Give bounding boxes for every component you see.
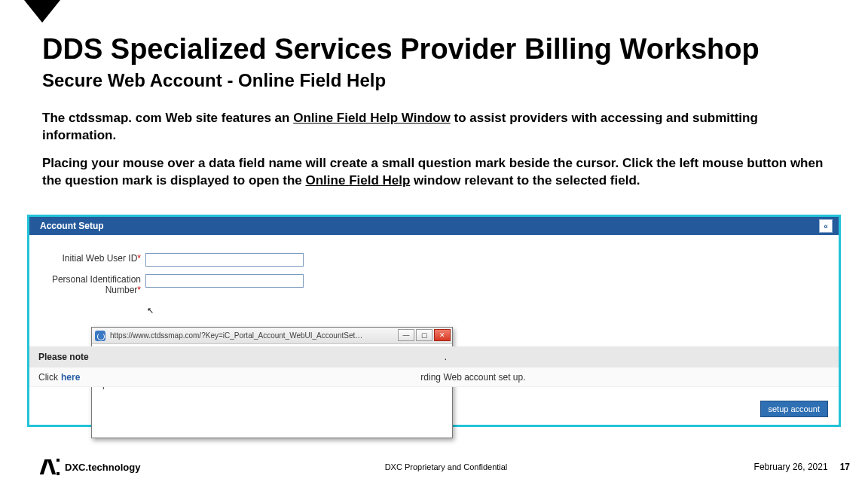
note-trail: . [445, 352, 447, 362]
dxc-logo-icon [42, 459, 60, 474]
input-pin[interactable] [145, 274, 304, 288]
setup-account-button[interactable]: setup account [760, 401, 829, 417]
cursor-icon: ↖ [147, 306, 154, 316]
dxc-logo: DXC.technology [42, 459, 140, 474]
footer: DXC.technology DXC Proprietary and Confi… [42, 459, 850, 474]
p2-underlined: Online Field Help [306, 173, 411, 188]
page-title: DDS Specialized Services Provider Billin… [42, 33, 760, 66]
confidential-text: DXC Proprietary and Confidential [385, 462, 508, 471]
p1-underlined: Online Field Help Window [293, 111, 451, 125]
paragraph-2: Placing your mouse over a data field nam… [42, 155, 826, 190]
footer-date: February 26, 2021 [754, 462, 828, 472]
popup-url: https://www.ctdssmap.com/?Key=iC_Portal_… [110, 331, 366, 340]
note-bar: Please note . [29, 346, 839, 368]
note-label: Please note [38, 352, 89, 362]
form-area: Initial Web User ID* Personal Identifica… [29, 235, 839, 340]
row-initial-web-user-id: Initial Web User ID* [35, 253, 304, 267]
panel-title: Account Setup [40, 221, 104, 231]
paragraph-1: The ctdssmap. com Web site features an O… [42, 110, 826, 145]
slide-marker-triangle [24, 0, 60, 23]
screenshot-frame: Account Setup « Initial Web User ID* Per… [27, 215, 841, 427]
browser-icon [95, 331, 105, 341]
page-subtitle: Secure Web Account - Online Field Help [42, 70, 386, 91]
collapse-icon[interactable]: « [819, 219, 833, 233]
label-text-2: Personal Identification Number [52, 274, 141, 295]
slide: DDS Specialized Services Provider Billin… [0, 0, 868, 488]
p1-pre: The ctdssmap. com Web site features an [42, 111, 293, 125]
maximize-button[interactable]: ▢ [416, 329, 432, 341]
page-number: 17 [840, 462, 850, 472]
popup-titlebar[interactable]: https://www.ctdssmap.com/?Key=iC_Portal_… [92, 328, 452, 344]
required-asterisk-1: * [137, 253, 141, 264]
panel-header: Account Setup « [29, 217, 839, 235]
label-initial-web-user-id: Initial Web User ID* [35, 253, 145, 264]
body-text: The ctdssmap. com Web site features an O… [42, 110, 826, 200]
close-button[interactable]: ✕ [434, 329, 451, 341]
window-buttons: — ▢ ✕ [398, 329, 451, 341]
minimize-button[interactable]: — [398, 329, 414, 341]
dxc-logo-text: DXC.technology [65, 462, 140, 473]
row-pin: Personal Identification Number* [35, 274, 304, 296]
label-pin: Personal Identification Number* [35, 274, 145, 296]
p2-post: window relevant to the selected field. [410, 173, 640, 188]
label-text-1: Initial Web User ID [63, 253, 138, 264]
link-bar: Click here rding Web account set up. [29, 368, 839, 387]
required-asterisk-2: * [137, 285, 141, 295]
click-post: rding Web account set up. [420, 372, 525, 383]
input-initial-web-user-id[interactable] [145, 253, 304, 267]
here-link[interactable]: here [61, 372, 80, 383]
click-pre: Click [38, 372, 58, 383]
